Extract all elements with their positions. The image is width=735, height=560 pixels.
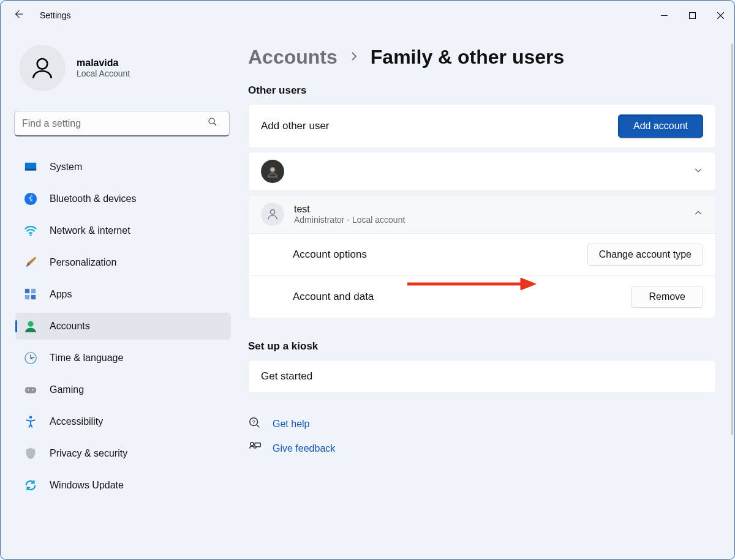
sidebar-item-bluetooth[interactable]: Bluetooth & devices — [15, 185, 231, 212]
nav-list: System Bluetooth & devices Network & int… — [15, 154, 231, 499]
apps-icon — [24, 288, 37, 301]
profile-block[interactable]: malavida Local Account — [19, 45, 231, 91]
svg-rect-12 — [31, 289, 36, 293]
svg-point-18 — [28, 389, 29, 390]
svg-point-5 — [209, 118, 214, 124]
sidebar-item-system[interactable]: System — [15, 154, 231, 181]
sidebar-item-accessibility[interactable]: Accessibility — [15, 408, 231, 435]
chevron-down-icon — [693, 165, 703, 177]
accessibility-icon — [24, 415, 37, 428]
sidebar-item-label: System — [50, 162, 82, 173]
svg-point-21 — [270, 168, 274, 172]
search-input[interactable] — [14, 111, 230, 136]
add-other-user-card: Add other user Add account — [248, 104, 716, 148]
get-help-row[interactable]: ? Get help — [248, 416, 716, 432]
sidebar-item-apps[interactable]: Apps — [15, 281, 231, 308]
svg-rect-11 — [25, 289, 29, 293]
kiosk-label: Get started — [261, 370, 312, 383]
svg-text:?: ? — [252, 419, 255, 425]
user2-name: test — [294, 204, 405, 215]
svg-point-22 — [270, 210, 274, 214]
help-icon: ? — [248, 416, 262, 432]
sidebar-item-label: Personalization — [50, 257, 116, 268]
svg-point-15 — [28, 321, 33, 327]
sidebar-item-gaming[interactable]: Gaming — [15, 376, 231, 403]
content-area: Accounts Family & other users Other user… — [243, 30, 734, 559]
svg-rect-17 — [25, 387, 36, 393]
svg-rect-1 — [689, 12, 695, 18]
gaming-icon — [24, 383, 37, 397]
chevron-up-icon — [693, 208, 703, 220]
section-other-users-title: Other users — [248, 84, 716, 97]
svg-point-4 — [37, 59, 48, 69]
user-card-1[interactable] — [248, 152, 716, 191]
account-data-row: Account and data Remove — [249, 275, 715, 318]
accounts-icon — [24, 319, 37, 333]
window-controls — [650, 4, 734, 26]
user-avatar-photo — [261, 160, 284, 183]
kiosk-card[interactable]: Get started — [248, 360, 716, 393]
add-other-user-label: Add other user — [261, 120, 330, 132]
back-icon[interactable] — [13, 9, 24, 22]
sidebar-item-accounts[interactable]: Accounts — [15, 313, 231, 340]
give-feedback-link[interactable]: Give feedback — [273, 443, 335, 454]
wifi-icon — [24, 224, 37, 237]
feedback-icon — [248, 441, 262, 457]
profile-subtitle: Local Account — [77, 69, 130, 78]
sidebar-item-personalization[interactable]: Personalization — [15, 249, 231, 276]
user-card-2: test Administrator - Local account Accou… — [248, 195, 716, 318]
sidebar-item-label: Accessibility — [50, 416, 103, 427]
svg-point-25 — [251, 442, 254, 446]
search-box[interactable] — [14, 111, 231, 136]
app-title: Settings — [40, 10, 71, 20]
breadcrumb-parent[interactable]: Accounts — [248, 46, 337, 69]
minimize-button[interactable] — [650, 4, 678, 26]
sidebar-item-label: Gaming — [50, 384, 84, 395]
svg-rect-14 — [31, 295, 36, 299]
svg-rect-13 — [25, 295, 29, 299]
svg-rect-8 — [25, 169, 36, 171]
shield-icon — [24, 447, 37, 460]
sidebar-item-label: Bluetooth & devices — [50, 193, 136, 204]
avatar-icon — [19, 45, 66, 91]
user-card-2-header[interactable]: test Administrator - Local account — [249, 195, 715, 233]
time-icon — [24, 351, 37, 365]
sidebar-item-label: Privacy & security — [50, 448, 127, 459]
profile-name: malavida — [77, 58, 130, 69]
svg-point-19 — [32, 389, 34, 390]
account-data-label: Account and data — [293, 291, 374, 303]
svg-line-6 — [214, 123, 216, 125]
search-icon — [208, 117, 217, 129]
sidebar-item-update[interactable]: Windows Update — [15, 472, 231, 499]
add-account-button[interactable]: Add account — [618, 114, 703, 138]
update-icon — [24, 479, 37, 492]
sidebar: malavida Local Account System Bluetooth … — [1, 30, 243, 559]
bluetooth-icon — [24, 192, 37, 206]
get-help-link[interactable]: Get help — [273, 419, 309, 430]
svg-rect-26 — [255, 443, 260, 447]
section-kiosk-title: Set up a kiosk — [248, 340, 716, 353]
scrollbar[interactable] — [731, 43, 733, 435]
sidebar-item-label: Time & language — [50, 353, 123, 364]
give-feedback-row[interactable]: Give feedback — [248, 441, 716, 457]
sidebar-item-time[interactable]: Time & language — [15, 345, 231, 371]
sidebar-item-network[interactable]: Network & internet — [15, 217, 231, 244]
change-account-type-button[interactable]: Change account type — [587, 244, 703, 266]
account-options-label: Account options — [293, 248, 367, 261]
breadcrumb-current: Family & other users — [371, 46, 565, 69]
brush-icon — [24, 256, 37, 269]
system-icon — [24, 160, 37, 174]
maximize-button[interactable] — [678, 4, 706, 26]
sidebar-item-label: Network & internet — [50, 225, 130, 236]
svg-point-20 — [29, 416, 32, 419]
sidebar-item-label: Accounts — [50, 321, 90, 332]
user2-subtitle: Administrator - Local account — [294, 215, 405, 225]
sidebar-item-privacy[interactable]: Privacy & security — [15, 440, 231, 467]
sidebar-item-label: Apps — [50, 289, 72, 300]
user-avatar-icon — [261, 203, 284, 226]
breadcrumb: Accounts Family & other users — [248, 46, 716, 69]
svg-point-10 — [30, 234, 32, 236]
account-options-row: Account options Change account type — [249, 234, 715, 275]
close-button[interactable] — [706, 4, 734, 26]
remove-button[interactable]: Remove — [631, 286, 703, 308]
